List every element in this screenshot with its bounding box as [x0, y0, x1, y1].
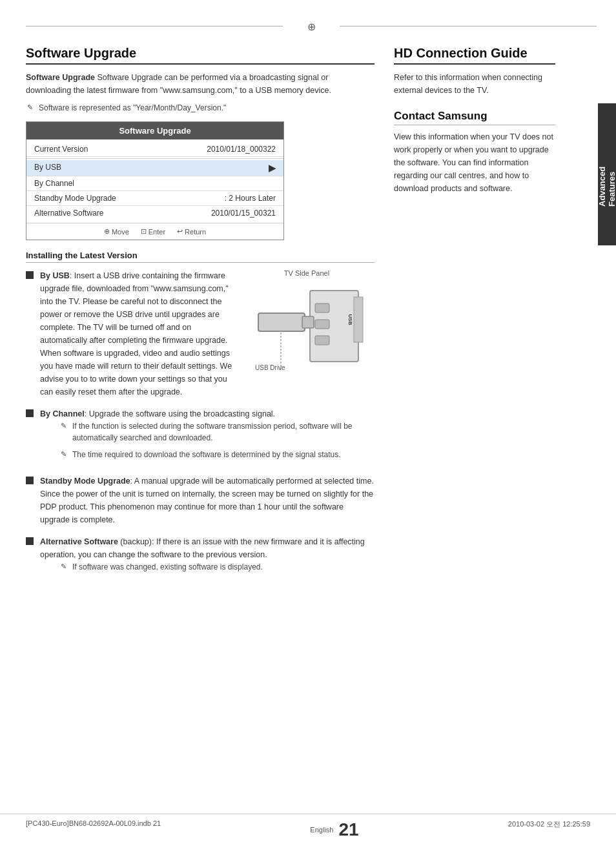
bullet-content-usb: By USB: Insert a USB drive containing th…: [40, 269, 236, 398]
hd-connection-section: HD Connection Guide Refer to this inform…: [394, 46, 555, 97]
side-tab-label: Advanced Features: [597, 142, 616, 207]
alt-note-1-text: If software was changed, existing softwa…: [59, 561, 375, 573]
usb-drive-illustration: TV Side Panel USB: [245, 269, 368, 371]
alt-software-value: 2010/01/15_00321: [211, 209, 276, 218]
bullet-by-channel: By Channel: Upgrade the software using t…: [26, 407, 375, 466]
tv-side-label: TV Side Panel: [284, 269, 329, 277]
by-usb-section: TV Side Panel USB: [26, 269, 375, 407]
move-icon: ⊕: [104, 227, 110, 236]
top-lines: ⊕: [0, 26, 616, 33]
by-channel-bold: By Channel: [40, 409, 85, 418]
return-icon: ↩: [177, 227, 183, 236]
content-area: Software Upgrade Software Upgrade Softwa…: [0, 46, 616, 587]
table-row-by-channel[interactable]: By Channel: [26, 176, 283, 191]
svg-rect-1: [315, 303, 329, 313]
current-version-label: Current Version: [34, 145, 88, 154]
by-usb-label: By USB: [34, 163, 61, 173]
software-upgrade-intro: Software Upgrade Software Upgrade can be…: [26, 71, 375, 97]
svg-rect-4: [354, 297, 363, 342]
file-info: [PC430-Euro]BN68-02692A-00L09.indb 21: [26, 819, 161, 840]
hd-connection-title: HD Connection Guide: [394, 46, 555, 65]
enter-label: Enter: [149, 228, 165, 236]
upgrade-table-body: Current Version 2010/01/18_000322 By USB…: [26, 139, 283, 223]
contact-samsung-title: Contact Samsung: [394, 110, 555, 125]
installing-section: Installing the Latest Version TV Side Pa…: [26, 251, 375, 578]
channel-note-2: The time required to download the softwa…: [59, 449, 375, 460]
bullet-standby: Standby Mode Upgrade: A manual upgrade w…: [26, 475, 375, 526]
svg-text:USB Drive: USB Drive: [255, 364, 285, 371]
table-nav: ⊕ Move ⊡ Enter ↩ Return: [26, 223, 283, 240]
table-row-by-usb[interactable]: By USB ▶: [26, 160, 283, 176]
move-label: Move: [112, 228, 129, 236]
language-label: English: [310, 826, 333, 834]
top-line-left: [26, 26, 283, 26]
page-number: 21: [338, 819, 358, 840]
usb-illustration-svg: USB USB Drive: [245, 281, 368, 371]
center-compass-icon: ⊕: [307, 21, 316, 33]
bullet-square-channel: [26, 409, 34, 417]
software-upgrade-title: Software Upgrade: [26, 46, 375, 65]
svg-rect-3: [315, 336, 329, 345]
table-row-standby[interactable]: Standby Mode Upgrade : 2 Hours Later: [26, 191, 283, 206]
svg-text:USB: USB: [347, 314, 353, 325]
bullet-by-usb: By USB: Insert a USB drive containing th…: [26, 269, 236, 398]
date-info: 2010-03-02 오전 12:25:59: [508, 819, 590, 840]
side-tab: Advanced Features: [598, 103, 616, 245]
hd-connection-text: Refer to this information when connectin…: [394, 71, 555, 97]
channel-note-1-text: If the function is selected during the s…: [59, 420, 375, 444]
nav-move: ⊕ Move: [104, 227, 129, 236]
bullet-square-standby: [26, 477, 34, 484]
svg-rect-6: [258, 313, 305, 331]
standby-label: Standby Mode Upgrade: [34, 194, 116, 203]
alt-software-label: Alternative Software: [34, 209, 103, 218]
software-note: Software is represented as "Year/Month/D…: [26, 102, 375, 114]
channel-note-2-text: The time required to download the softwa…: [59, 449, 375, 460]
enter-icon: ⊡: [141, 227, 147, 236]
alt-software-bold: Alternative Software: [40, 537, 118, 546]
nav-return: ↩ Return: [177, 227, 206, 236]
standby-value: : 2 Hours Later: [225, 194, 276, 203]
standby-bold: Standby Mode Upgrade: [40, 477, 130, 486]
bullet-content-standby: Standby Mode Upgrade: A manual upgrade w…: [40, 475, 375, 526]
bullet-alt-software: Alternative Software (backup): If there …: [26, 535, 375, 578]
page-number-area: English 21: [310, 819, 358, 840]
right-column: HD Connection Guide Refer to this inform…: [394, 46, 575, 587]
alt-note-1: If software was changed, existing softwa…: [59, 561, 375, 573]
bullet-content-channel: By Channel: Upgrade the software using t…: [40, 407, 375, 466]
upgrade-table: Software Upgrade Current Version 2010/01…: [26, 121, 284, 240]
by-usb-arrow: ▶: [269, 163, 276, 173]
return-label: Return: [185, 228, 206, 236]
current-version-value: 2010/01/18_000322: [207, 145, 276, 154]
left-column: Software Upgrade Software Upgrade Softwa…: [26, 46, 375, 587]
page-footer: [PC430-Euro]BN68-02692A-00L09.indb 21 En…: [0, 814, 616, 840]
svg-rect-7: [302, 316, 314, 328]
page-wrapper: ⊕ Advanced Features Software Upgrade Sof…: [0, 0, 616, 853]
channel-note-1: If the function is selected during the s…: [59, 420, 375, 444]
table-row-current-version: Current Version 2010/01/18_000322: [26, 142, 283, 157]
installing-header: Installing the Latest Version: [26, 251, 375, 263]
upgrade-table-header: Software Upgrade: [26, 122, 283, 139]
bullet-square-usb: [26, 271, 34, 279]
table-divider-1: [26, 158, 283, 159]
software-upgrade-bold: Software Upgrade: [26, 73, 95, 82]
bullet-square-alt: [26, 537, 34, 545]
by-usb-bold: By USB: [40, 271, 70, 280]
svg-rect-2: [315, 320, 329, 329]
contact-samsung-section: Contact Samsung View this information wh…: [394, 110, 555, 195]
nav-enter: ⊡ Enter: [141, 227, 165, 236]
top-line-right: [340, 26, 597, 26]
bullet-content-alt: Alternative Software (backup): If there …: [40, 535, 375, 578]
contact-samsung-text: View this information when your TV does …: [394, 130, 555, 195]
table-row-alt-software[interactable]: Alternative Software 2010/01/15_00321: [26, 206, 283, 220]
by-channel-label: By Channel: [34, 179, 74, 188]
